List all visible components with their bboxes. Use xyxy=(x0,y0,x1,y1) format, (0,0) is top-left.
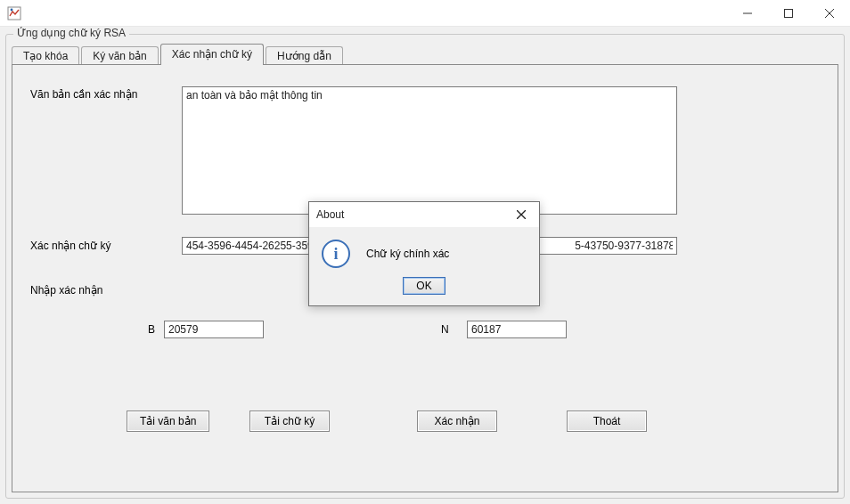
app-icon xyxy=(7,6,21,20)
dialog-close-button[interactable] xyxy=(503,202,539,227)
window-titlebar xyxy=(0,0,850,27)
svg-point-1 xyxy=(11,8,13,11)
tabstrip: Tạo khóa Ký văn bản Xác nhận chữ ký Hướn… xyxy=(12,44,844,65)
window-maximize-button[interactable] xyxy=(768,0,809,27)
dialog-ok-button[interactable]: OK xyxy=(403,277,445,295)
tab-guide[interactable]: Hướng dẫn xyxy=(266,46,343,66)
information-icon: i xyxy=(322,240,350,268)
label-signature: Xác nhận chữ ký xyxy=(30,240,110,252)
label-b: B xyxy=(148,323,155,336)
dialog-titlebar: About xyxy=(309,202,539,227)
dialog-body: i Chữ ký chính xác xyxy=(309,227,539,273)
tab-verify-signature[interactable]: Xác nhận chữ ký xyxy=(160,44,264,65)
label-n: N xyxy=(441,323,449,336)
dialog-title-text: About xyxy=(316,208,344,221)
tab-create-key[interactable]: Tạo khóa xyxy=(12,46,79,66)
svg-rect-3 xyxy=(785,9,793,17)
label-input-confirm: Nhập xác nhận xyxy=(30,284,102,297)
verify-button[interactable]: Xác nhận xyxy=(417,411,497,432)
window-minimize-button[interactable] xyxy=(727,0,768,27)
window-close-button[interactable] xyxy=(809,0,850,27)
textarea-verify-text[interactable] xyxy=(182,86,677,215)
load-signature-button[interactable]: Tải chữ ký xyxy=(249,411,330,432)
dialog-footer: OK xyxy=(309,273,539,305)
input-b[interactable] xyxy=(164,321,264,338)
load-text-button[interactable]: Tải văn bản xyxy=(127,411,209,432)
tab-sign-text[interactable]: Ký văn bản xyxy=(81,46,158,66)
exit-button[interactable]: Thoát xyxy=(567,411,647,432)
input-n[interactable] xyxy=(467,321,567,338)
group-title: Ứng dụng chữ ký RSA xyxy=(13,27,129,39)
about-dialog: About i Chữ ký chính xác OK xyxy=(308,201,540,306)
label-text-to-verify: Văn bản cần xác nhận xyxy=(30,88,137,101)
dialog-message: Chữ ký chính xác xyxy=(366,248,449,260)
